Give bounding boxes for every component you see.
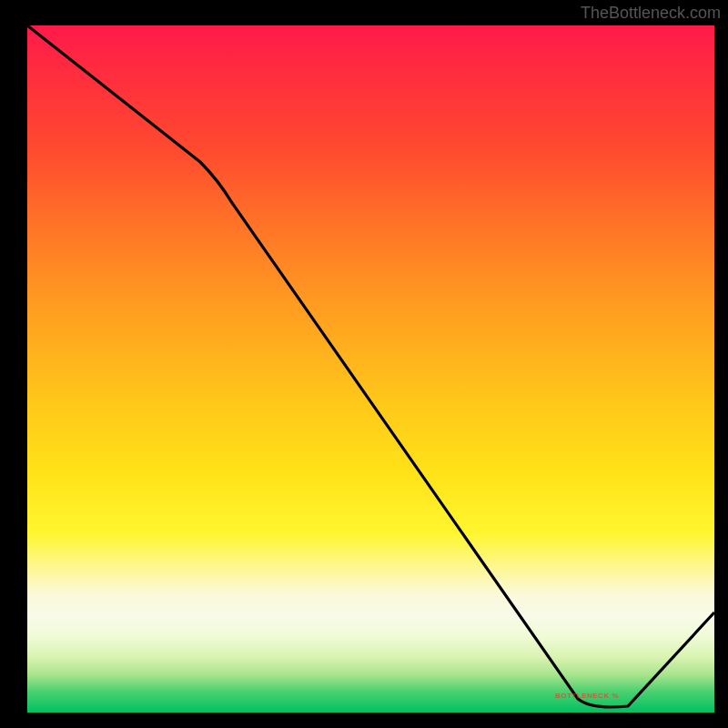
chart-container: TheBottleneck.com BOTTLENECK % [0, 0, 728, 728]
bottleneck-line [27, 25, 714, 707]
plot-area: BOTTLENECK % [27, 25, 714, 713]
line-chart-svg [27, 25, 714, 713]
annotation-label: BOTTLENECK % [555, 692, 619, 700]
watermark-text: TheBottleneck.com [581, 4, 721, 23]
